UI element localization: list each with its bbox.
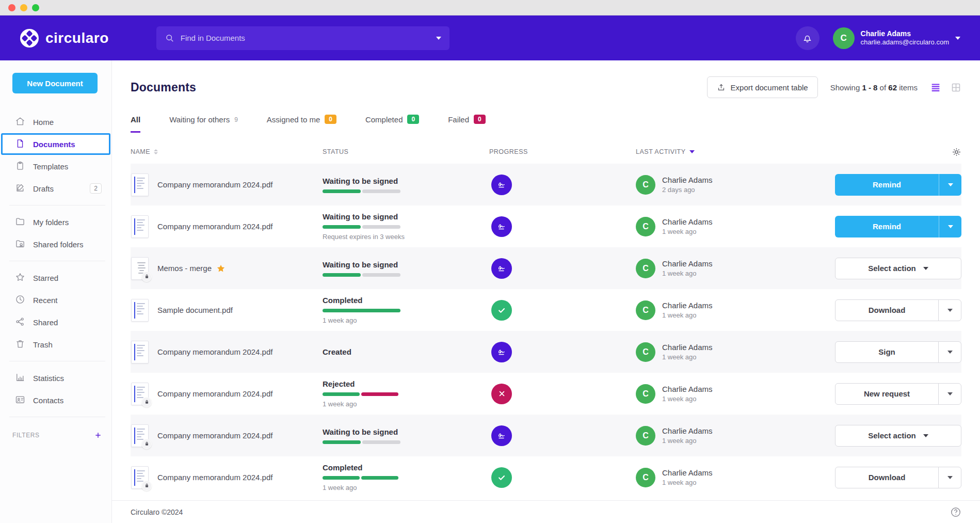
tab-failed[interactable]: Failed 0 bbox=[448, 115, 486, 133]
sidebar-item-templates[interactable]: Templates bbox=[1, 155, 110, 177]
notifications-button[interactable] bbox=[796, 26, 820, 50]
progress-bar bbox=[323, 476, 463, 480]
sidebar-item-label: Contacts bbox=[33, 396, 63, 405]
sidebar-item-shared[interactable]: Shared bbox=[1, 311, 110, 333]
search-scope-chevron-icon[interactable] bbox=[436, 37, 441, 40]
help-button[interactable] bbox=[950, 506, 961, 518]
sidebar-item-label: Drafts bbox=[33, 184, 54, 193]
action-button-label: Remind bbox=[873, 180, 901, 189]
grid-view-toggle[interactable] bbox=[951, 82, 961, 93]
document-icon bbox=[15, 138, 25, 150]
signature-pending-icon bbox=[491, 425, 512, 446]
sidebar-item-documents[interactable]: Documents bbox=[1, 133, 110, 155]
user-menu[interactable]: C Charlie Adams charlie.adams@circularo.… bbox=[833, 27, 960, 49]
sidebar-item-recent[interactable]: Recent bbox=[1, 289, 110, 311]
main-content: Documents Export document table Showing … bbox=[112, 60, 980, 523]
activity-user: Charlie Adams bbox=[662, 301, 713, 310]
chevron-down-icon bbox=[948, 225, 953, 228]
download-button[interactable]: Download bbox=[835, 299, 961, 321]
progress-bar bbox=[323, 440, 463, 444]
document-thumbnail-icon bbox=[131, 215, 149, 238]
list-view-toggle[interactable] bbox=[930, 82, 941, 93]
sidebar-item-contacts[interactable]: Contacts bbox=[1, 389, 110, 411]
contacts-icon bbox=[15, 394, 25, 406]
add-filter-button[interactable] bbox=[94, 431, 102, 439]
sidebar-item-label: Shared folders bbox=[33, 240, 84, 249]
download-button[interactable]: Download bbox=[835, 467, 961, 488]
zoom-window-button[interactable] bbox=[32, 4, 39, 11]
new-request-button[interactable]: New request bbox=[835, 383, 961, 405]
close-window-button[interactable] bbox=[8, 4, 15, 11]
tab-badge: 0 bbox=[407, 115, 419, 124]
table-row[interactable]: Company memorandum 2024.pdf Created C Ch… bbox=[131, 331, 961, 373]
search-bar[interactable] bbox=[156, 26, 449, 50]
tab-label: Assigned to me bbox=[267, 115, 320, 124]
search-input[interactable] bbox=[181, 34, 430, 42]
table-row[interactable]: Sample document.pdf Completed 1 week ago… bbox=[131, 289, 961, 331]
sidebar-item-label: Trash bbox=[33, 340, 53, 349]
sidebar-item-label: Templates bbox=[33, 162, 68, 171]
action-button-label: Download bbox=[869, 306, 906, 314]
column-header-name[interactable]: NAME bbox=[131, 148, 323, 155]
activity-user: Charlie Adams bbox=[662, 217, 713, 226]
tab-completed[interactable]: Completed 0 bbox=[365, 115, 419, 133]
table-row[interactable]: Company memorandum 2024.pdf Waiting to b… bbox=[131, 205, 961, 247]
action-dropdown-toggle[interactable] bbox=[939, 174, 961, 196]
chevron-down-icon bbox=[923, 267, 928, 270]
action-dropdown-toggle[interactable] bbox=[938, 342, 961, 362]
table-row[interactable]: Company memorandum 2024.pdf Rejected 1 w… bbox=[131, 373, 961, 415]
rejected-x-icon bbox=[491, 384, 512, 404]
select-action-button[interactable]: Select action bbox=[835, 258, 961, 279]
status-text: Waiting to be signed bbox=[323, 427, 463, 436]
activity-user: Charlie Adams bbox=[662, 259, 713, 268]
action-dropdown-toggle[interactable] bbox=[938, 300, 961, 321]
column-header-last-activity[interactable]: LAST ACTIVITY bbox=[636, 148, 806, 155]
sidebar-item-home[interactable]: Home bbox=[1, 111, 110, 133]
activity-time: 1 week ago bbox=[662, 270, 713, 277]
sidebar-item-trash[interactable]: Trash bbox=[1, 334, 110, 355]
action-dropdown-toggle[interactable] bbox=[939, 216, 961, 237]
action-dropdown-toggle[interactable] bbox=[938, 384, 961, 404]
page-title: Documents bbox=[131, 81, 196, 94]
action-dropdown-toggle[interactable] bbox=[938, 467, 961, 488]
activity-user: Charlie Adams bbox=[662, 176, 713, 184]
activity-time: 2 days ago bbox=[662, 186, 713, 194]
activity-time: 1 week ago bbox=[662, 395, 713, 403]
tab-all[interactable]: All bbox=[131, 115, 140, 133]
tab-assigned-to-me[interactable]: Assigned to me 0 bbox=[267, 115, 336, 133]
sidebar-item-my-folders[interactable]: My folders bbox=[1, 211, 110, 233]
tab-label: Failed bbox=[448, 115, 469, 124]
remind-button[interactable]: Remind bbox=[835, 174, 961, 196]
sidebar-item-starred[interactable]: Starred bbox=[1, 267, 110, 289]
table-row[interactable]: Company memorandum 2024.pdf Waiting to b… bbox=[131, 415, 961, 456]
sidebar-item-shared-folders[interactable]: Shared folders bbox=[1, 233, 110, 255]
sign-button[interactable]: Sign bbox=[835, 341, 961, 363]
plus-icon bbox=[94, 431, 102, 439]
new-document-button[interactable]: New Document bbox=[12, 73, 98, 93]
table-row[interactable]: Company memorandum 2024.pdf Waiting to b… bbox=[131, 164, 961, 205]
sidebar-item-statistics[interactable]: Statistics bbox=[1, 367, 110, 389]
select-action-button[interactable]: Select action bbox=[835, 425, 961, 447]
table-row[interactable]: Company memorandum 2024.pdf Completed 1 … bbox=[131, 456, 961, 498]
action-button-label: Select action bbox=[868, 264, 916, 273]
activity-avatar: C bbox=[636, 175, 655, 195]
activity-time: 1 week ago bbox=[662, 353, 713, 361]
status-text: Waiting to be signed bbox=[323, 177, 463, 185]
action-button-label: New request bbox=[864, 389, 910, 398]
document-name: Sample document.pdf bbox=[157, 306, 233, 314]
export-document-table-button[interactable]: Export document table bbox=[707, 76, 818, 98]
document-thumbnail-icon bbox=[131, 299, 149, 322]
grid-view-icon bbox=[951, 82, 961, 93]
minimize-window-button[interactable] bbox=[20, 4, 27, 11]
table-row[interactable]: Memos - merge Waiting to be signed C Cha… bbox=[131, 247, 961, 289]
document-thumbnail-icon bbox=[131, 341, 149, 363]
completed-check-icon bbox=[491, 300, 512, 321]
activity-time: 1 week ago bbox=[662, 228, 713, 235]
remind-button[interactable]: Remind bbox=[835, 216, 961, 237]
tab-badge: 0 bbox=[474, 115, 486, 124]
activity-avatar: C bbox=[636, 259, 655, 278]
sidebar-item-drafts[interactable]: Drafts 2 bbox=[1, 178, 110, 199]
tab-waiting-for-others[interactable]: Waiting for others 9 bbox=[169, 115, 238, 133]
table-settings-button[interactable] bbox=[952, 147, 961, 157]
document-thumbnail-icon bbox=[131, 383, 149, 405]
